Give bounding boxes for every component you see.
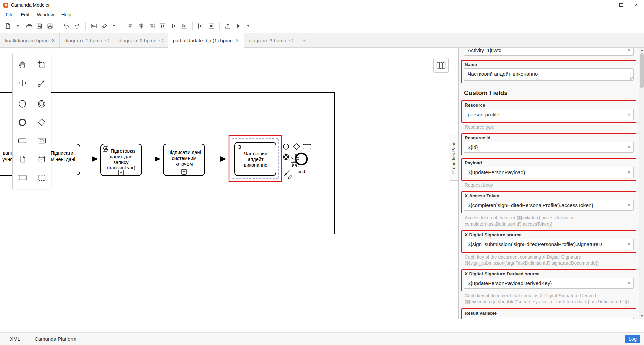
name-field-group: Name Частковий апдейт виконанно [461,60,636,83]
x-digital-signature-source-field[interactable]: ${sign_submission('signEditedPersonalPro… [464,239,634,250]
create-subprocess[interactable] [32,131,51,150]
tab-diagram-3[interactable]: diagram_3.bpmn [244,33,298,48]
resource-field-group: Resource person-profile × Resource type [464,100,634,130]
end-event[interactable]: end [296,153,307,174]
open-file-button[interactable] [24,21,33,31]
clear-field-icon[interactable]: × [628,170,631,175]
append-end-event-icon[interactable] [283,144,289,149]
connect-icon[interactable] [284,170,289,176]
save-as-button[interactable] [45,21,55,31]
redo-button[interactable] [72,21,82,31]
resize-handle[interactable] [630,77,633,80]
new-file-dropdown[interactable] [13,21,22,31]
properties-panel-toggle[interactable]: Properties Panel [449,134,458,181]
task-sign-system-key[interactable]: Підписати дані системним ключем [163,144,205,176]
tab-partialupdate-active[interactable]: partialUpdate_bp (1).bpmn × [168,33,244,48]
save-button[interactable] [35,21,44,31]
toolbar [0,19,644,33]
unsaved-indicator-icon[interactable] [105,39,109,42]
minimize-button[interactable] [598,0,613,10]
distribute-vertical-button[interactable] [207,21,216,31]
clear-field-icon[interactable]: × [628,203,631,208]
format-brush-dropdown[interactable] [109,21,119,31]
maximize-button[interactable] [613,0,629,10]
distribute-horizontal-button[interactable] [196,21,205,31]
id-field[interactable]: Activity_1jtjwtc × [464,48,634,56]
create-group[interactable] [32,168,51,187]
scroll-up-button[interactable] [639,48,644,53]
resource-id-field[interactable]: ${id} × [464,142,634,153]
tab-bar: finalkdiagram.bpmn × diagram_1.bpmn diag… [0,33,644,48]
new-tab-button[interactable]: + [298,33,310,48]
hand-tool[interactable] [13,55,32,74]
create-task[interactable] [13,131,32,150]
align-left-button[interactable] [126,21,135,31]
subprocess-icon [37,136,47,146]
bottom-gap [0,319,644,332]
clear-field-icon[interactable]: × [628,145,631,150]
bpmn-canvas[interactable]: ванн учня? Підписати змінені дані Підгот… [0,48,458,319]
undo-button[interactable] [62,21,71,31]
start-instance-button[interactable] [234,21,243,31]
export-image-button[interactable] [89,21,98,31]
start-instance-dropdown[interactable] [244,21,253,31]
close-button[interactable]: × [629,0,644,10]
scrollbar-thumb[interactable] [640,53,644,88]
task-partial-update-selected[interactable]: Частковий апдейт виконанно [235,142,276,176]
tab-close-icon[interactable]: × [52,38,55,44]
log-button[interactable]: Log [625,335,640,343]
append-intermediate-event-icon[interactable] [283,154,289,160]
x-digital-signature-derived-field[interactable]: ${updatePersonPayloadDerivedKey} × [464,278,634,289]
clear-field-icon[interactable]: × [628,48,631,53]
create-intermediate-event[interactable] [32,94,51,113]
create-start-event[interactable] [13,94,32,113]
append-gateway-icon[interactable] [293,144,300,150]
vertical-scrollbar[interactable] [639,48,644,319]
scroll-down-button[interactable] [639,314,644,319]
lasso-tool[interactable] [32,55,51,74]
payload-field[interactable]: ${updatePersonPayload} × [464,167,634,178]
x-access-token-field[interactable]: ${completer('signEditedPersonalProfile')… [464,200,634,211]
minimap-toggle[interactable] [433,58,449,73]
menu-help[interactable]: Help [58,10,75,19]
create-end-event[interactable] [13,113,32,131]
task-prepare-data[interactable]: Підготовка даних для запису (transient v… [101,144,142,176]
edit-icon[interactable] [288,175,292,179]
xml-toggle[interactable]: XML [10,336,20,342]
hand-tool-icon [17,60,28,70]
unsaved-indicator-icon[interactable] [159,39,163,42]
title-bar: Camunda Modeler × [0,0,644,10]
unsaved-indicator-icon[interactable] [289,39,293,42]
menu-edit[interactable]: Edit [17,10,33,19]
format-brush-button[interactable] [100,21,109,31]
x-digital-signature-source-field-group: X-Digital-Signature source ${sign_submis… [464,230,634,266]
resource-field[interactable]: person-profile × [464,109,634,120]
deploy-button[interactable] [223,21,232,31]
menu-file[interactable]: File [2,10,17,19]
align-middle-button[interactable] [169,21,178,31]
align-right-button[interactable] [147,21,157,31]
menu-window[interactable]: Window [33,10,58,19]
create-data-object[interactable] [13,150,32,168]
name-field[interactable]: Частковий апдейт виконанно [464,68,634,81]
create-gateway[interactable] [32,113,51,131]
align-top-button[interactable] [158,21,167,31]
create-participant[interactable] [13,168,32,187]
tab-finalkdiagram[interactable]: finalkdiagram.bpmn × [0,33,60,48]
global-connect-tool[interactable] [32,74,51,92]
align-center-button[interactable] [137,21,146,31]
engine-platform-label[interactable]: Camunda Platform [35,336,76,342]
clear-field-icon[interactable]: × [628,242,631,247]
clear-field-icon[interactable]: × [628,281,631,286]
clear-field-icon[interactable]: × [628,112,631,117]
align-bottom-button[interactable] [179,21,189,31]
space-tool[interactable] [13,74,32,92]
new-file-button[interactable] [3,21,13,31]
tab-close-icon[interactable]: × [236,38,239,44]
delete-icon[interactable] [291,162,297,167]
append-task-icon[interactable] [303,144,311,149]
result-variable-field[interactable]: response × [464,317,634,319]
create-data-store[interactable] [32,150,51,168]
tab-diagram-2[interactable]: diagram_2.bpmn [114,33,168,48]
tab-diagram-1[interactable]: diagram_1.bpmn [60,33,114,48]
